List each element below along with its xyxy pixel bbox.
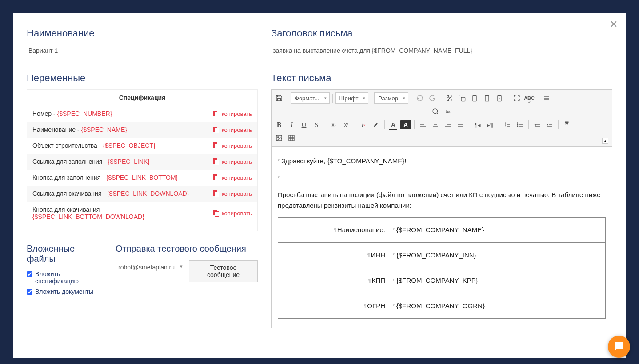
fullscreen-icon[interactable] [511,92,523,104]
requisite-label: ¶Наименование: [278,218,389,243]
variable-row: Ссылка для скачивания - {$SPEC_LINK_DOWN… [27,186,257,202]
redo-icon[interactable] [427,92,438,104]
ltr-icon[interactable]: ¶◂ [472,119,483,131]
copy-variable-button[interactable]: копировать [213,190,252,197]
variable-row: Кнопка для скачивания - {$SPEC_LINK_BOTT… [27,202,257,225]
test-send-heading: Отправка тестового сообщения [116,244,258,254]
align-right-icon[interactable] [442,119,454,131]
editor-content[interactable]: ¶Здравствуйте, {$TO_COMPANY_NAME}! ¶ Про… [272,147,612,328]
svg-line-4 [448,97,450,98]
svg-text:W: W [499,98,501,100]
requisite-value: ¶{$FROM_COMPANY_NAME} [389,218,606,243]
variables-group-header: Спецификация [27,90,257,106]
requisite-value: ¶{$FROM_COMPANY_KPP} [389,268,606,293]
image-icon[interactable] [273,132,285,144]
paste-word-icon[interactable]: W [494,92,505,104]
send-test-button[interactable]: Тестовое сообщение [189,260,258,282]
table-row: ¶Наименование:¶{$FROM_COMPANY_NAME} [278,218,606,243]
variable-placeholder: {$SPEC_LINK_DOWNLOAD} [107,190,189,197]
blockquote-icon[interactable]: ❞ [561,119,573,131]
highlight-icon[interactable] [370,119,382,131]
format-select[interactable]: Формат... [291,92,330,104]
rich-text-editor: Формат... Шрифт Размер T W AB [271,89,612,328]
unordered-list-icon[interactable] [514,119,526,131]
variable-row: Ссылка для заполнения - {$SPEC_LINK}копи… [27,154,257,170]
source-icon[interactable] [541,92,552,104]
variable-label: Номер - {$SPEC_NUMBER} [32,110,112,117]
paste-icon[interactable] [469,92,480,104]
save-icon[interactable] [273,92,285,104]
find-icon[interactable] [430,106,441,117]
test-email-select[interactable]: robot@smetaplan.ru [116,260,185,282]
copy-variable-button[interactable]: копировать [213,111,252,117]
indent-icon[interactable] [544,119,555,131]
table-icon[interactable] [286,132,297,144]
spellcheck-icon[interactable]: ABC✓ [523,92,535,104]
undo-icon[interactable] [414,92,426,104]
table-row: ¶ИНН¶{$FROM_COMPANY_INN} [278,243,606,268]
copy-icon [213,210,219,216]
text-color-icon[interactable]: A [387,119,399,131]
attach-spec-checkbox[interactable]: Вложить спецификацию [27,270,102,285]
svg-point-41 [517,124,518,125]
variables-heading: Переменные [27,72,258,84]
ordered-list-icon[interactable]: 123 [502,119,513,131]
chat-widget-button[interactable] [608,336,630,358]
subscript-icon[interactable]: x₂ [328,119,339,131]
underline-icon[interactable]: U [298,119,310,131]
variable-placeholder: {$SPEC_NAME} [81,126,128,133]
collapse-toolbar-icon[interactable]: ▲ [602,138,608,144]
copy-variable-button[interactable]: копировать [213,142,252,149]
variables-list[interactable]: Спецификация Номер - {$SPEC_NUMBER}копир… [27,89,258,231]
copy-icon [213,174,219,181]
align-justify-icon[interactable] [455,119,466,131]
requisite-value: ¶{$FROM_COMPANY_INN} [389,243,606,268]
svg-rect-7 [474,95,475,96]
svg-rect-5 [461,97,465,101]
requisite-value: ¶{$FROM_COMPANY_OGRN} [389,293,606,319]
variable-placeholder: {$SPEC_OBJECT} [103,142,155,149]
cut-icon[interactable] [444,92,455,104]
align-left-icon[interactable] [417,119,429,131]
template-name-input[interactable] [27,44,258,57]
size-select[interactable]: Размер [374,92,408,104]
copy-variable-button[interactable]: копировать [213,174,252,181]
svg-line-3 [451,99,452,101]
outdent-icon[interactable] [531,119,543,131]
svg-point-40 [517,123,518,123]
variable-placeholder: {$SPEC_LINK} [108,158,150,165]
table-row: ¶ОГРН¶{$FROM_COMPANY_OGRN} [278,293,606,319]
attach-docs-checkbox[interactable]: Вложить документы [27,288,102,295]
italic-icon[interactable]: I [286,119,297,131]
copy-variable-button[interactable]: копировать [213,127,252,133]
subject-input[interactable] [271,44,612,57]
copy-icon[interactable] [456,92,468,104]
copy-icon [213,127,219,133]
requisite-label: ¶ОГРН [278,293,389,319]
subject-heading: Заголовок письма [271,28,612,39]
align-center-icon[interactable] [430,119,441,131]
variable-label: Ссылка для скачивания - {$SPEC_LINK_DOWN… [32,190,189,197]
template-editor-modal: ✕ Наименование Переменные Спецификация Н… [13,13,626,358]
svg-text:T: T [486,97,488,100]
close-icon[interactable]: ✕ [610,19,618,30]
remove-format-icon[interactable]: Ix [358,119,369,131]
strike-icon[interactable]: S [311,119,322,131]
svg-point-50 [278,137,279,138]
copy-variable-button[interactable]: копировать [213,210,252,217]
bg-color-icon[interactable]: A [400,120,411,129]
font-select[interactable]: Шрифт [335,92,369,104]
replace-icon[interactable]: ba [442,106,454,117]
copy-variable-button[interactable]: копировать [213,158,252,165]
svg-rect-6 [473,96,476,101]
superscript-icon[interactable]: x² [340,119,352,131]
attachments-heading: Вложенные файлы [27,244,102,264]
paste-text-icon[interactable]: T [481,92,493,104]
table-row: ¶КПП¶{$FROM_COMPANY_KPP} [278,268,606,293]
rtl-icon[interactable]: ▸¶ [484,119,496,131]
requisite-label: ¶КПП [278,268,389,293]
bold-icon[interactable]: B [273,119,285,131]
requisite-label: ¶ИНН [278,243,389,268]
attach-docs-input[interactable] [27,289,32,295]
attach-spec-input[interactable] [27,271,32,277]
